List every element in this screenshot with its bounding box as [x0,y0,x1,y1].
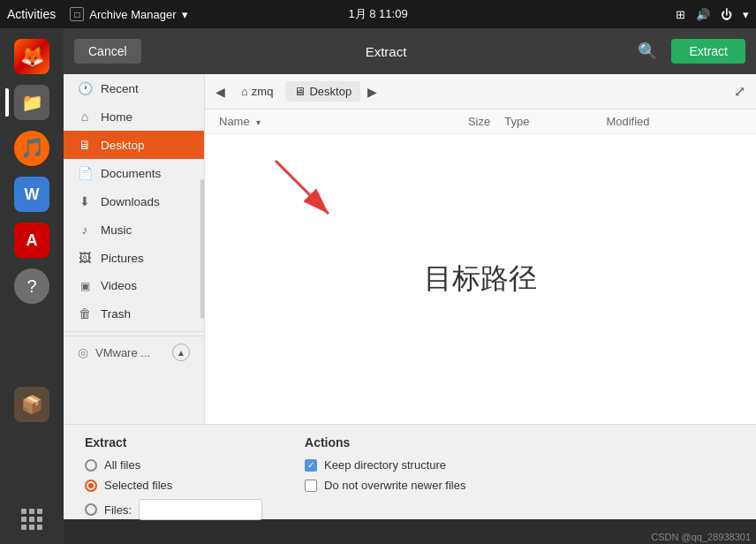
window-title: Extract [148,44,624,59]
sidebar-item-recent[interactable]: 🕐 Recent [64,74,204,102]
col-name-header[interactable]: Name ▾ [219,115,422,128]
clock: 1月 8 11:09 [348,6,407,22]
sidebar-label-trash: Trash [101,307,131,321]
menu-icon[interactable]: ▾ [743,8,749,21]
extract-radio-group: All files Selected files Files: [85,458,262,520]
sidebar-label-pictures: Pictures [101,252,144,265]
rhythmbox-icon: 🎵 [14,131,49,166]
cancel-button[interactable]: Cancel [74,39,141,64]
files-icon: 📁 [14,85,49,120]
file-area: ◀ ⌂ zmq 🖥 Desktop ▶ ⤢ Name ▾ S [205,74,756,424]
radio-files-circle [85,503,97,516]
col-size-header: Size [422,115,490,128]
sidebar-footer-vmware[interactable]: ◎ VMware ... ▲ [64,336,204,368]
actions-section-title: Actions [305,435,465,450]
actions-section: Actions ✓ Keep directory structure Do no… [305,435,465,509]
desktop-breadcrumb-icon: 🖥 [294,85,306,98]
dock-apps-grid[interactable] [14,502,49,537]
dock-item-writer[interactable]: W [11,173,53,215]
sidebar-item-videos[interactable]: ▣ Videos [64,272,204,299]
extract-section-title: Extract [85,435,262,450]
checkbox-directory-box: ✓ [305,459,317,472]
network-icon[interactable]: ⊞ [676,8,685,21]
destination-arrow [258,143,364,249]
dock-item-archive[interactable]: 📦 [11,383,53,426]
content-area: 🕐 Recent ⌂ Home 🖥 Desktop 📄 Documents ⬇ … [64,74,756,424]
appstore-icon: A [14,223,49,258]
radio-all-circle [85,459,97,472]
breadcrumb-zmq[interactable]: ⌂ zmq [232,81,282,102]
radio-selected-label: Selected files [104,479,172,492]
dock-item-files[interactable]: 📁 [11,81,53,124]
archive-icon: 📦 [14,387,49,422]
checkbox-directory[interactable]: ✓ Keep directory structure [305,458,465,472]
eject-button[interactable]: ▲ [172,344,190,361]
extract-button[interactable]: Extract [671,39,745,64]
application-dock: 🦊 📁 🎵 W A ? 📦 [0,28,64,544]
app-dropdown-icon: ▾ [182,8,188,21]
svg-line-1 [276,161,329,214]
search-button[interactable]: 🔍 [631,38,664,64]
extract-options-section: Extract All files Selected files Files: [85,435,262,509]
checkbox-overwrite-label: Do not overwrite newer files [324,479,465,492]
sidebar-label-documents: Documents [101,167,161,180]
main-window: Cancel Extract 🔍 Extract 🕐 Recent ⌂ Home… [64,28,756,519]
activities-button[interactable]: Activities [7,7,56,21]
sidebar-label-downloads: Downloads [101,195,160,208]
dock-item-appstore[interactable]: A [11,219,53,261]
sidebar-label-desktop: Desktop [101,139,145,152]
checkbox-directory-label: Keep directory structure [324,458,446,472]
sort-icon: ▾ [256,117,261,127]
checkbox-overwrite[interactable]: Do not overwrite newer files [305,479,465,492]
breadcrumb-forward[interactable]: ▶ [364,83,381,101]
breadcrumb-back[interactable]: ◀ [212,83,229,101]
app-menu[interactable]: □ Archive Manager ▾ [70,7,187,21]
help-icon: ? [14,268,49,304]
trash-icon: 🗑 [78,306,92,321]
sidebar-item-pictures[interactable]: 🖼 Pictures [64,244,204,272]
dock-item-firefox[interactable]: 🦊 [11,35,53,78]
actions-checkbox-group: ✓ Keep directory structure Do not overwr… [305,458,465,492]
sidebar-item-home[interactable]: ⌂ Home [64,102,204,131]
dock-item-rhythmbox[interactable]: 🎵 [11,127,53,170]
sidebar-label-home: Home [101,110,132,124]
music-icon: ♪ [78,223,92,237]
col-modified-header: Modified [606,115,742,128]
bottom-panel: Extract All files Selected files Files: [64,424,756,519]
col-type-header: Type [490,115,606,128]
file-list-header: Name ▾ Size Type Modified [205,110,756,134]
window-header: Cancel Extract 🔍 Extract [64,28,756,74]
home-breadcrumb-icon: ⌂ [241,85,248,98]
radio-selected-files[interactable]: Selected files [85,479,262,492]
checkbox-overwrite-box [305,480,317,492]
radio-selected-circle [85,480,97,492]
sidebar-item-downloads[interactable]: ⬇ Downloads [64,187,204,215]
file-content-area: 目标路径 [205,134,756,424]
power-icon[interactable]: ⏻ [721,8,732,21]
recent-icon: 🕐 [78,81,92,95]
radio-all-files[interactable]: All files [85,458,262,472]
sidebar-item-trash[interactable]: 🗑 Trash [64,299,204,328]
radio-files-label: Files: [104,503,132,517]
app-icon: □ [70,7,84,21]
home-icon: ⌂ [78,110,92,124]
new-folder-button[interactable]: ⤢ [730,79,749,103]
writer-icon: W [14,177,49,212]
desktop-icon: 🖥 [78,138,92,152]
files-input[interactable] [139,499,262,520]
pictures-icon: 🖼 [78,251,92,265]
destination-text: 目标路径 [424,260,537,298]
sidebar-item-desktop[interactable]: 🖥 Desktop [64,131,204,159]
downloads-icon: ⬇ [78,194,92,208]
breadcrumb-desktop-label: Desktop [309,85,352,98]
videos-icon: ▣ [78,280,92,292]
dock-item-help[interactable]: ? [11,265,53,307]
sidebar-item-documents[interactable]: 📄 Documents [64,159,204,187]
sidebar-item-music[interactable]: ♪ Music [64,215,204,244]
documents-icon: 📄 [78,166,92,180]
sidebar: 🕐 Recent ⌂ Home 🖥 Desktop 📄 Documents ⬇ … [64,74,205,424]
volume-icon[interactable]: 🔊 [696,8,710,21]
radio-files[interactable]: Files: [85,499,262,520]
radio-all-label: All files [104,458,140,472]
breadcrumb-desktop[interactable]: 🖥 Desktop [285,81,360,102]
